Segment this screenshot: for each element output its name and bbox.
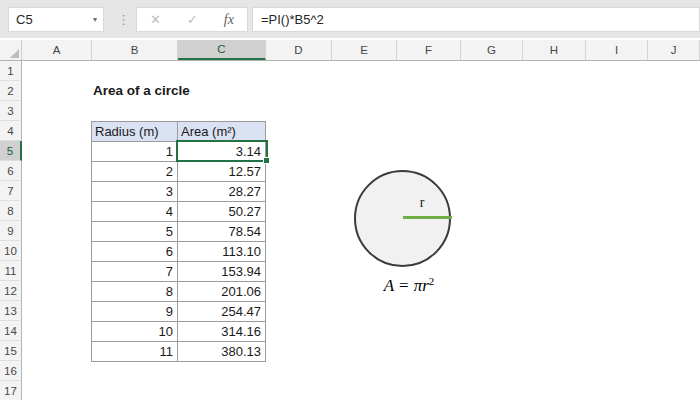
row-header-17[interactable]: 17 (0, 381, 22, 400)
select-all-button[interactable] (0, 40, 22, 60)
column-header-c[interactable]: C (178, 40, 266, 60)
cell-b9[interactable]: 5 (92, 222, 178, 242)
column-header-e[interactable]: E (332, 40, 397, 60)
cell-b5[interactable]: 1 (92, 142, 178, 162)
row-header-13[interactable]: 13 (0, 301, 22, 321)
cell-b10[interactable]: 6 (92, 242, 178, 262)
column-header-a[interactable]: A (22, 40, 92, 60)
cancel-icon[interactable]: ✕ (150, 12, 161, 27)
row-header-8[interactable]: 8 (0, 201, 22, 221)
row-header-12[interactable]: 12 (0, 281, 22, 301)
equation-lhs: A (384, 276, 394, 295)
row-header-1[interactable]: 1 (0, 61, 22, 81)
column-header-d[interactable]: D (266, 40, 332, 60)
table-row: 9 254.47 (92, 302, 266, 322)
row-headers: 1 2 3 4 5 6 7 8 9 10 11 12 13 14 15 16 1… (0, 61, 22, 400)
cell-b14[interactable]: 10 (92, 322, 178, 342)
radius-label: r (412, 195, 432, 211)
cell-c8[interactable]: 50.27 (178, 202, 266, 222)
table-row: 7 153.94 (92, 262, 266, 282)
cell-c11[interactable]: 153.94 (178, 262, 266, 282)
column-header-g[interactable]: G (461, 40, 523, 60)
name-box-value: C5 (9, 12, 87, 27)
cell-c7[interactable]: 28.27 (178, 182, 266, 202)
row-header-15[interactable]: 15 (0, 341, 22, 361)
table-row: 6 113.10 (92, 242, 266, 262)
cell-b6[interactable]: 2 (92, 162, 178, 182)
row-header-2[interactable]: 2 (0, 81, 22, 101)
cell-c13[interactable]: 254.47 (178, 302, 266, 322)
table-row: 4 50.27 (92, 202, 266, 222)
cell-c5[interactable]: 3.14 (178, 142, 266, 162)
equation-rhs: πr (414, 276, 429, 295)
formula-input[interactable]: =PI()*B5^2 (252, 7, 700, 32)
cell-c12[interactable]: 201.06 (178, 282, 266, 302)
table-row: 8 201.06 (92, 282, 266, 302)
sheet-title-cell[interactable]: Area of a circle (93, 81, 190, 101)
sheet-cells[interactable]: Area of a circle Radius (m) Area (m²) 1 … (22, 61, 700, 400)
data-table: Radius (m) Area (m²) 1 3.14 2 12.57 3 28… (91, 121, 266, 362)
name-box[interactable]: C5 ▾ (8, 7, 104, 32)
table-row: 5 78.54 (92, 222, 266, 242)
column-header-j[interactable]: J (648, 40, 700, 60)
table-row: 3 28.27 (92, 182, 266, 202)
excel-window: { "formula_bar": { "name_box_value": "C5… (0, 0, 700, 400)
row-header-11[interactable]: 11 (0, 261, 22, 281)
cell-b13[interactable]: 9 (92, 302, 178, 322)
cell-b15[interactable]: 11 (92, 342, 178, 362)
equation-text[interactable]: A=πr2 (334, 275, 484, 296)
row-header-4[interactable]: 4 (0, 121, 22, 141)
column-header-i[interactable]: I (586, 40, 648, 60)
formula-buttons: ✕ ✓ fx (136, 7, 248, 32)
row-header-14[interactable]: 14 (0, 321, 22, 341)
formula-bar-strip: C5 ▾ ⋮ ✕ ✓ fx =PI()*B5^2 (0, 0, 700, 38)
row-header-7[interactable]: 7 (0, 181, 22, 201)
table-row: 2 12.57 (92, 162, 266, 182)
cell-b8[interactable]: 4 (92, 202, 178, 222)
row-header-5[interactable]: 5 (0, 141, 22, 161)
row-header-10[interactable]: 10 (0, 241, 22, 261)
cell-b7[interactable]: 3 (92, 182, 178, 202)
radius-line[interactable] (403, 216, 452, 219)
row-header-3[interactable]: 3 (0, 101, 22, 121)
row-header-16[interactable]: 16 (0, 361, 22, 381)
row-header-9[interactable]: 9 (0, 221, 22, 241)
table-row: 10 314.16 (92, 322, 266, 342)
table-header-area[interactable]: Area (m²) (178, 122, 266, 142)
column-header-f[interactable]: F (397, 40, 461, 60)
cell-b12[interactable]: 8 (92, 282, 178, 302)
column-header-h[interactable]: H (523, 40, 586, 60)
column-headers: A B C D E F G H I J (0, 40, 700, 61)
equation-equals: = (399, 276, 409, 295)
cell-b11[interactable]: 7 (92, 262, 178, 282)
table-row: 1 3.14 (92, 142, 266, 162)
formula-text: =PI()*B5^2 (261, 12, 324, 27)
insert-function-icon[interactable]: fx (224, 12, 234, 28)
select-all-triangle-icon (10, 49, 19, 58)
cell-c15[interactable]: 380.13 (178, 342, 266, 362)
fill-handle[interactable] (263, 157, 270, 164)
name-box-dropdown-icon[interactable]: ▾ (87, 15, 103, 24)
cell-c10[interactable]: 113.10 (178, 242, 266, 262)
separator-dots-icon: ⋮ (117, 7, 130, 32)
column-header-b[interactable]: B (92, 40, 178, 60)
row-header-6[interactable]: 6 (0, 161, 22, 181)
equation-exponent: 2 (429, 275, 435, 287)
table-header-row: Radius (m) Area (m²) (92, 122, 266, 142)
cell-c9[interactable]: 78.54 (178, 222, 266, 242)
table-header-radius[interactable]: Radius (m) (92, 122, 178, 142)
cell-c14[interactable]: 314.16 (178, 322, 266, 342)
cell-c6[interactable]: 12.57 (178, 162, 266, 182)
enter-icon[interactable]: ✓ (187, 12, 198, 27)
table-row: 11 380.13 (92, 342, 266, 362)
